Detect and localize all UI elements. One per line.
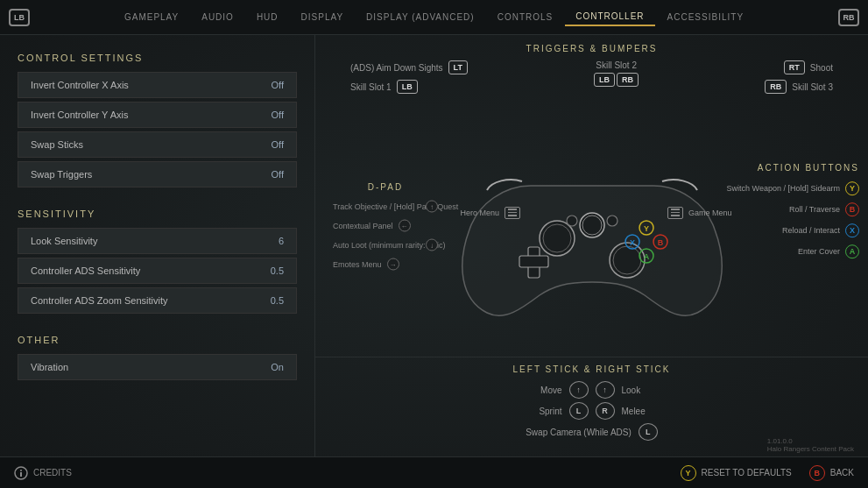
rb-badge-skill3: RB: [765, 80, 787, 94]
tab-accessibility[interactable]: ACCESSIBILITY: [657, 9, 754, 25]
rb-button[interactable]: RB: [838, 9, 859, 26]
game-menu-label: Game Menu: [688, 209, 732, 217]
stick-row-sprint: Sprint L R Melee: [510, 402, 674, 420]
reset-defaults-action[interactable]: Y RESET TO DEFAULTS: [681, 465, 792, 481]
main-container: LB GAMEPLAY AUDIO HUD DISPLAY DISPLAY (A…: [0, 0, 868, 488]
setting-swap-sticks[interactable]: Swap Sticks Off: [18, 131, 297, 158]
controller-diagram-area: D-PAD Track Objective / [Hold] Party Que…: [315, 103, 868, 357]
credits-button[interactable]: CREDITS: [14, 466, 72, 480]
setting-label-ads-zoom-sens: Controller ADS Zoom Sensitivity: [31, 295, 168, 306]
sprint-label: Sprint: [510, 407, 562, 416]
svg-rect-5: [519, 256, 548, 267]
back-action[interactable]: B BACK: [809, 465, 854, 481]
setting-label-invert-x: Invert Controller X Axis: [31, 80, 129, 90]
setting-label-vibration: Vibration: [31, 362, 68, 372]
action-y-label: Switch Weapon / [Hold] Sidearm: [727, 184, 840, 193]
hero-menu-icon: [505, 207, 520, 219]
setting-look-sensitivity[interactable]: Look Sensitivity 6: [18, 228, 297, 254]
sensitivity-title: SENSITIVITY: [18, 209, 297, 219]
control-settings-group: CONTROL SETTINGS Invert Controller X Axi…: [18, 53, 297, 187]
reset-label: RESET TO DEFAULTS: [702, 468, 792, 477]
setting-swap-triggers[interactable]: Swap Triggers Off: [18, 161, 297, 187]
trigger-shoot: RT Shoot: [784, 60, 833, 74]
action-a: Enter Cover A: [727, 244, 859, 258]
sticks-title: LEFT STICK & RIGHT STICK: [368, 364, 815, 374]
setting-ads-zoom-sensitivity[interactable]: Controller ADS Zoom Sensitivity 0.5: [18, 287, 297, 314]
look-label: Look: [622, 385, 674, 395]
sensitivity-group: SENSITIVITY Look Sensitivity 6 Controlle…: [18, 209, 297, 314]
trigger-skill3: RB Skill Slot 3: [765, 80, 833, 94]
content-area: CONTROL SETTINGS Invert Controller X Axi…: [0, 35, 868, 456]
camera-label: Swap Camera (While ADS): [526, 428, 632, 437]
svg-text:A: A: [643, 252, 649, 261]
skill-slot-2-badges: LB RB: [594, 73, 639, 87]
svg-rect-20: [20, 472, 22, 477]
stick-row-move: Move ↑ ↑ Look: [510, 381, 674, 399]
setting-value-swap-triggers: Off: [272, 169, 284, 180]
a-button: A: [845, 244, 859, 258]
credits-label: CREDITS: [33, 468, 72, 477]
ls-badge-camera: L: [639, 423, 658, 441]
dpad-item-up: Track Objective / [Hold] Party Quest ↑: [333, 201, 438, 213]
setting-label-ads-sens: Controller ADS Sensitivity: [31, 265, 140, 276]
action-x-label: Reload / Interact: [782, 226, 840, 235]
lb-button[interactable]: LB: [9, 9, 30, 26]
hero-menu-container: Hero Menu: [461, 207, 521, 219]
triggers-section: TRIGGERS & BUMPERS (ADS) Aim Down Sights…: [315, 44, 868, 94]
ls-badge-sprint: L: [569, 402, 589, 420]
controller-svg: Hero Menu: [443, 133, 741, 326]
lt-badge: LT: [448, 60, 468, 74]
bottom-actions: Y RESET TO DEFAULTS B BACK: [681, 465, 854, 481]
lb-badge-2: LB: [594, 73, 615, 87]
dpad-down-icon: ↓: [426, 239, 438, 251]
setting-value-invert-y: Off: [272, 110, 284, 120]
tab-display[interactable]: DISPLAY: [291, 9, 355, 25]
stick-row-camera: Swap Camera (While ADS) L: [526, 423, 658, 441]
setting-value-ads-zoom-sens: 0.5: [271, 295, 284, 306]
lb-badge-skill: LB: [397, 80, 418, 94]
nav-tabs: GAMEPLAY AUDIO HUD DISPLAY DISPLAY (ADVA…: [33, 8, 835, 26]
setting-invert-x[interactable]: Invert Controller X Axis Off: [18, 72, 297, 98]
trigger-skill1-label: Skill Slot 1: [350, 82, 392, 92]
dpad-up-label: Track Objective / [Hold] Party Quest: [333, 202, 420, 211]
dpad-right-icon: →: [387, 258, 399, 271]
svg-point-0: [540, 221, 575, 256]
setting-label-swap-sticks: Swap Sticks: [31, 139, 83, 150]
game-menu-three-lines: [671, 209, 680, 216]
triggers-title: TRIGGERS & BUMPERS: [333, 44, 850, 53]
rt-badge: RT: [784, 60, 805, 74]
setting-label-swap-triggers: Swap Triggers: [31, 169, 92, 180]
tab-audio[interactable]: AUDIO: [191, 9, 244, 25]
svg-text:Y: Y: [643, 224, 648, 233]
setting-value-look-sens: 6: [279, 236, 284, 246]
tab-display-advanced[interactable]: DISPLAY (ADVANCED): [356, 9, 485, 25]
svg-point-17: [607, 216, 617, 226]
svg-point-16: [567, 216, 577, 226]
action-b-label: Roll / Traverse: [789, 205, 840, 214]
tab-gameplay[interactable]: GAMEPLAY: [114, 9, 189, 25]
b-back-icon: B: [809, 465, 825, 481]
setting-vibration[interactable]: Vibration On: [18, 354, 297, 380]
y-button: Y: [845, 181, 859, 195]
action-b: Roll / Traverse B: [727, 202, 859, 216]
setting-label-look-sens: Look Sensitivity: [31, 236, 97, 246]
setting-value-vibration: On: [271, 362, 284, 372]
move-label: Move: [510, 385, 562, 395]
setting-invert-y[interactable]: Invert Controller Y Axis Off: [18, 102, 297, 128]
trigger-ads: (ADS) Aim Down Sights LT: [350, 60, 468, 74]
tab-hud[interactable]: HUD: [246, 9, 289, 25]
dpad-left-icon: ←: [399, 220, 411, 232]
setting-label-invert-y: Invert Controller Y Axis: [31, 110, 128, 120]
credits-icon: [14, 466, 28, 480]
controller-outline-svg: Y B X A: [443, 133, 741, 326]
tab-controls[interactable]: CONTROLS: [487, 9, 564, 25]
control-settings-title: CONTROL SETTINGS: [18, 53, 297, 63]
tab-controller[interactable]: CONTROLLER: [565, 8, 654, 26]
setting-ads-sensitivity[interactable]: Controller ADS Sensitivity 0.5: [18, 258, 297, 284]
hero-menu-label: Hero Menu: [461, 209, 500, 217]
version-text: 1.01.0.0 Halo Rangers Content Pack: [767, 437, 854, 453]
svg-text:X: X: [629, 238, 634, 247]
rs-badge-melee: R: [596, 402, 615, 420]
back-label: BACK: [830, 468, 854, 477]
rb-badge-2: RB: [617, 73, 639, 87]
